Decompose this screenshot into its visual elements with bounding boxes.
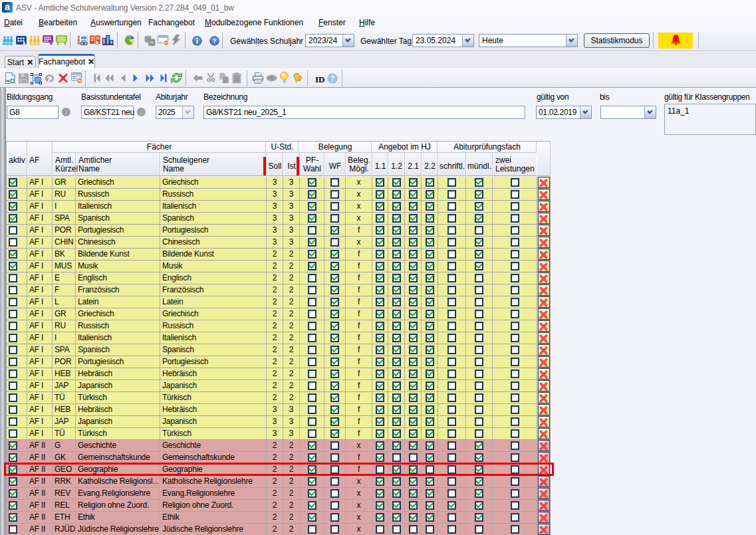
svg-text:?: ? — [213, 37, 217, 45]
svg-text:?: ? — [330, 75, 334, 82]
